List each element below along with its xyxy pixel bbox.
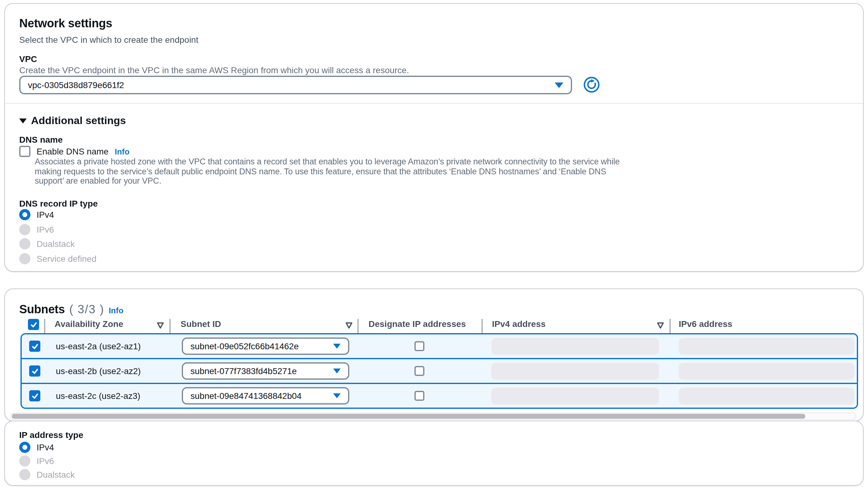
vpc-label: VPC <box>19 54 37 64</box>
designate-ip-checkbox[interactable] <box>414 341 424 351</box>
radio-option-ipv4: IPv4 <box>19 442 75 453</box>
subnets-info-link[interactable]: Info <box>108 306 123 315</box>
table-row[interactable]: us-east-2c (use2-az3) subnet-09e84741368… <box>22 383 857 407</box>
subnet-id-select[interactable]: subnet-09e84741368842b04 <box>182 387 349 404</box>
check-icon <box>31 392 39 400</box>
ip-address-type-card: IP address type IPv4 IPv6 Dualstack <box>4 421 864 486</box>
enable-dns-name-label: Enable DNS name <box>37 146 108 156</box>
row-checkbox[interactable] <box>29 390 40 401</box>
additional-settings-toggle[interactable]: Additional settings <box>19 115 126 127</box>
network-settings-title: Network settings <box>19 17 112 30</box>
network-settings-subtitle: Select the VPC in which to create the en… <box>19 35 198 45</box>
chevron-down-icon <box>555 82 563 88</box>
subnet-id-value: subnet-077f7383fd4b5271e <box>190 366 297 376</box>
ipv6-address-field-disabled <box>679 338 854 355</box>
table-row[interactable]: us-east-2a (use2-az1) subnet-09e052fc66b… <box>22 334 857 358</box>
column-divider <box>169 319 170 333</box>
ipv4-address-field-disabled <box>491 388 659 404</box>
ipv6-address-field-disabled <box>679 388 854 404</box>
radio-option-dualstack: Dualstack <box>19 238 96 249</box>
check-icon <box>31 342 39 350</box>
vpc-select-value: vpc-0305d38d879e661f2 <box>28 80 124 90</box>
subnet-id-value: subnet-09e052fc66b41462e <box>190 341 299 351</box>
dns-record-ip-type-group: IPv4 IPv6 Dualstack Service defined <box>19 209 96 264</box>
designate-ip-checkbox[interactable] <box>414 366 424 376</box>
designate-ip-checkbox[interactable] <box>414 391 424 401</box>
enable-dns-name-row: Enable DNS name Info <box>19 146 130 157</box>
subnet-id-select[interactable]: subnet-077f7383fd4b5271e <box>182 362 349 380</box>
subnet-rows-block: us-east-2a (use2-az1) subnet-09e052fc66b… <box>21 333 858 409</box>
vpc-description: Create the VPC endpoint in the VPC in th… <box>19 65 409 75</box>
radio-option-ipv6: IPv6 <box>19 224 96 235</box>
radio-ipv4-label: IPv4 <box>37 210 54 220</box>
dns-name-description: Associates a private hosted zone with th… <box>35 157 627 186</box>
filter-icon[interactable] <box>345 322 353 329</box>
radio-ipv4[interactable] <box>19 209 30 220</box>
column-divider <box>670 319 671 333</box>
caret-down-icon <box>19 119 27 123</box>
section-divider <box>5 103 863 103</box>
availability-zone-cell: us-east-2a (use2-az1) <box>56 341 141 351</box>
row-checkbox[interactable] <box>29 341 40 352</box>
refresh-button[interactable] <box>583 76 600 93</box>
scrollbar-thumb[interactable] <box>12 414 805 419</box>
column-header-ipv4-address: IPv4 address <box>492 319 546 329</box>
ipv4-address-field-disabled <box>491 338 659 355</box>
radio-option-ipv6: IPv6 <box>19 455 75 466</box>
radio-dualstack-label: Dualstack <box>37 469 75 480</box>
dns-name-label: DNS name <box>19 134 63 145</box>
dns-record-ip-type-label: DNS record IP type <box>19 199 98 208</box>
subnets-card: Subnets ( 3/3 ) Info Availability Zone S… <box>4 288 864 421</box>
ip-address-type-group: IPv4 IPv6 Dualstack <box>19 442 75 480</box>
availability-zone-cell: us-east-2b (use2-az2) <box>56 366 141 376</box>
table-row[interactable]: us-east-2b (use2-az2) subnet-077f7383fd4… <box>22 358 857 383</box>
dns-name-info-link[interactable]: Info <box>115 147 130 156</box>
subnets-title: Subnets <box>19 303 65 316</box>
radio-dualstack <box>19 238 30 249</box>
radio-option-dualstack: Dualstack <box>19 469 75 480</box>
enable-dns-name-checkbox[interactable] <box>19 146 30 157</box>
radio-dualstack <box>19 469 30 480</box>
subnets-count: ( 3/3 ) <box>69 303 104 316</box>
select-all-checkbox[interactable] <box>28 319 39 330</box>
radio-ipv4[interactable] <box>19 442 30 453</box>
vpc-select[interactable]: vpc-0305d38d879e661f2 <box>19 76 572 94</box>
check-icon <box>29 321 37 329</box>
check-icon <box>31 367 39 375</box>
column-divider <box>358 319 359 333</box>
network-settings-card: Network settings Select the VPC in which… <box>4 3 864 272</box>
column-header-subnet-id: Subnet ID <box>181 319 221 329</box>
filter-icon[interactable] <box>656 322 664 329</box>
subnet-id-select[interactable]: subnet-09e052fc66b41462e <box>182 337 349 355</box>
additional-settings-header: Additional settings <box>31 115 126 127</box>
radio-ipv6-label: IPv6 <box>37 224 54 234</box>
column-header-availability-zone: Availability Zone <box>55 319 123 329</box>
radio-service-defined-label: Service defined <box>37 253 96 263</box>
chevron-down-icon <box>333 393 341 398</box>
ip-address-type-label: IP address type <box>19 430 84 440</box>
row-checkbox[interactable] <box>29 365 40 376</box>
column-divider <box>44 319 45 333</box>
radio-option-ipv4: IPv4 <box>19 209 96 220</box>
radio-ipv6 <box>19 455 30 466</box>
subnets-title-row: Subnets ( 3/3 ) Info <box>19 303 123 316</box>
availability-zone-cell: us-east-2c (use2-az3) <box>56 391 140 401</box>
chevron-down-icon <box>333 344 341 349</box>
vpc-endpoint-form: Network settings Select the VPC in which… <box>0 0 868 487</box>
table-header-row: Availability Zone Subnet ID Designate IP… <box>5 319 863 334</box>
radio-dualstack-label: Dualstack <box>37 239 75 249</box>
radio-service-defined <box>19 253 30 264</box>
chevron-down-icon <box>333 368 341 373</box>
radio-ipv4-label: IPv4 <box>37 442 54 452</box>
subnet-id-value: subnet-09e84741368842b04 <box>190 391 302 401</box>
column-header-ipv6-address: IPv6 address <box>679 319 733 329</box>
column-divider <box>482 319 483 333</box>
column-header-designate-ip: Designate IP addresses <box>369 319 466 329</box>
refresh-icon <box>583 76 600 93</box>
ipv4-address-field-disabled <box>491 363 659 380</box>
horizontal-scrollbar[interactable] <box>10 413 856 420</box>
radio-option-service-defined: Service defined <box>19 253 96 264</box>
radio-ipv6 <box>19 224 30 235</box>
filter-icon[interactable] <box>156 322 164 329</box>
ipv6-address-field-disabled <box>679 363 854 380</box>
